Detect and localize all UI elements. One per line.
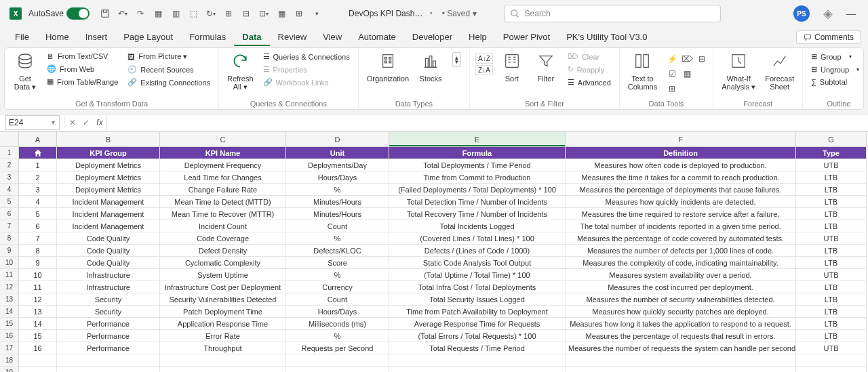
row-header[interactable]: 4 [0, 184, 19, 196]
cell[interactable]: LTB [796, 330, 867, 342]
text-to-columns-button[interactable]: Text to Columns [625, 51, 660, 92]
row-header[interactable]: 15 [0, 318, 19, 330]
from-table-button[interactable]: ▦From Table/Range [44, 76, 121, 87]
file-name[interactable]: DevOps KPI Dash… [349, 9, 422, 18]
tab-pk-s-utility-tool-v3-0[interactable]: PK's Utility Tool V3.0 [558, 29, 655, 46]
cell[interactable] [286, 367, 389, 372]
cell[interactable]: Average Response Time for Requests [389, 318, 566, 330]
column-header-F[interactable]: F [566, 132, 796, 146]
cell[interactable] [160, 367, 286, 372]
cell[interactable]: Code Quality [57, 232, 160, 245]
tab-formulas[interactable]: Formulas [181, 29, 234, 46]
cell[interactable]: Count [286, 293, 389, 306]
cell[interactable]: Measures the number of requests the syst… [566, 342, 796, 354]
cell[interactable]: Total Requests / Time Period [389, 342, 566, 354]
table-header-cell[interactable]: Formula [389, 147, 566, 159]
cell[interactable]: Mean Time to Recover (MTTR) [160, 208, 286, 220]
cell[interactable]: LTB [796, 171, 867, 184]
cell[interactable]: Currency [286, 281, 389, 293]
row-header[interactable]: 19 [0, 367, 19, 372]
sort-za-button[interactable]: Z↓A [475, 65, 493, 75]
cell[interactable] [57, 354, 160, 367]
cell[interactable]: UTB [796, 342, 867, 354]
queries-connections-button[interactable]: ☰Queries & Connections [260, 51, 353, 62]
cell[interactable]: (Total Errors / Total Requests) * 100 [389, 330, 566, 342]
tab-power-pivot[interactable]: Power Pivot [495, 29, 558, 46]
cell[interactable]: 3 [19, 184, 57, 196]
cell[interactable]: LTB [796, 220, 867, 232]
data-validation-icon[interactable]: ☑ [665, 67, 679, 81]
cell[interactable]: Measures the cost incurred per deploymen… [566, 281, 796, 293]
consolidate-icon[interactable]: ⊟ [695, 52, 709, 66]
cell[interactable]: Minutes/Hours [286, 196, 389, 208]
row-header[interactable]: 16 [0, 330, 19, 342]
cell[interactable]: Measures how quickly security patches ar… [566, 306, 796, 318]
cell[interactable]: Deployment Frequency [160, 159, 286, 171]
qat-icon[interactable]: ↻▾ [203, 6, 218, 21]
cell[interactable] [566, 367, 796, 372]
cell[interactable]: % [286, 269, 389, 281]
chevron-down-icon[interactable]: ▼ [50, 119, 56, 126]
comments-button[interactable]: Comments [796, 30, 861, 44]
tab-home[interactable]: Home [37, 29, 77, 46]
row-header[interactable]: 13 [0, 293, 19, 306]
cell[interactable]: Total Detection Time / Number of Inciden… [389, 196, 566, 208]
cell[interactable]: Performance [57, 330, 160, 342]
table-header-cell[interactable]: Definition [566, 147, 796, 159]
cell[interactable]: 13 [19, 306, 57, 318]
cell[interactable]: LTB [796, 196, 867, 208]
cell[interactable] [19, 367, 57, 372]
cell[interactable]: 5 [19, 208, 57, 220]
cell[interactable]: Code Coverage [160, 232, 286, 245]
cell[interactable]: Performance [57, 342, 160, 354]
tab-view[interactable]: View [315, 29, 350, 46]
cell[interactable]: LTB [796, 257, 867, 269]
cell[interactable]: Cyclomatic Complexity [160, 257, 286, 269]
cell[interactable]: Total Security Issues Logged [389, 293, 566, 306]
cell[interactable] [19, 354, 57, 367]
cell[interactable]: 7 [19, 232, 57, 245]
avatar[interactable]: PS [793, 5, 810, 22]
cell[interactable]: UTB [796, 232, 867, 245]
cell[interactable]: (Total Uptime / Total Time) * 100 [389, 269, 566, 281]
column-header-C[interactable]: C [160, 132, 286, 146]
cell[interactable]: Measures how often code is deployed to p… [566, 159, 796, 171]
what-if-button[interactable]: What-If Analysis ▾ [719, 51, 758, 92]
cell[interactable]: 12 [19, 293, 57, 306]
tab-automate[interactable]: Automate [350, 29, 404, 46]
qat-icon[interactable]: ⬚ [186, 6, 201, 21]
from-web-button[interactable]: 🌐From Web [44, 63, 121, 75]
accept-formula-icon[interactable]: ✓ [79, 116, 93, 129]
qat-overflow-icon[interactable]: ▾ [309, 6, 324, 21]
flash-fill-icon[interactable]: ⚡ [665, 52, 679, 66]
tab-review[interactable]: Review [270, 29, 315, 46]
formula-bar[interactable] [106, 115, 868, 130]
row-header[interactable]: 18 [0, 354, 19, 367]
cell[interactable]: Measures the number of security vulnerab… [566, 293, 796, 306]
cell[interactable]: Measures the number of defects per 1,000… [566, 245, 796, 257]
cell[interactable]: 1 [19, 159, 57, 171]
qat-icon[interactable]: ▦ [274, 6, 289, 21]
cell[interactable]: LTB [796, 208, 867, 220]
cell[interactable]: LTB [796, 245, 867, 257]
cell[interactable]: Throughput [160, 342, 286, 354]
cell[interactable]: Security [57, 293, 160, 306]
row-header[interactable]: 1 [0, 147, 19, 159]
from-picture-button[interactable]: 🖼From Picture ▾ [125, 51, 213, 62]
cell[interactable]: Hours/Days [286, 171, 389, 184]
cell[interactable]: Total Incidents Logged [389, 220, 566, 232]
cell[interactable]: Application Response Time [160, 318, 286, 330]
cell[interactable]: 15 [19, 330, 57, 342]
stocks-datatype-button[interactable]: Stocks [416, 51, 446, 84]
select-all-corner[interactable] [0, 132, 19, 146]
cell[interactable]: % [286, 184, 389, 196]
cell[interactable]: Requests per Second [286, 342, 389, 354]
cell[interactable]: Total Deployments / Time Period [389, 159, 566, 171]
row-header[interactable]: 7 [0, 220, 19, 232]
cell[interactable]: Total Recovery Time / Number of Incident… [389, 208, 566, 220]
row-header[interactable]: 9 [0, 245, 19, 257]
row-header[interactable]: 11 [0, 269, 19, 281]
row-header[interactable]: 8 [0, 232, 19, 245]
cell[interactable]: 11 [19, 281, 57, 293]
saved-status[interactable]: • Saved ▾ [442, 9, 477, 18]
